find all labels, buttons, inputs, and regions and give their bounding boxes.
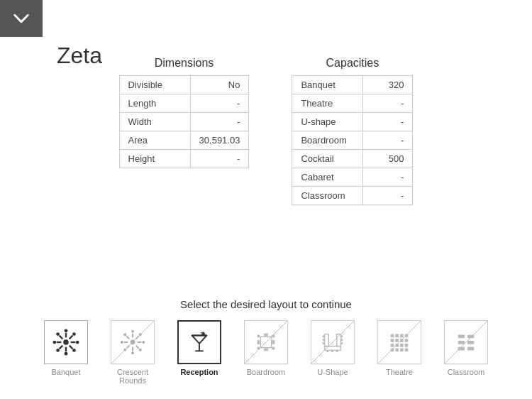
svg-rect-66 <box>400 339 404 342</box>
layout-icon-box-boardroom <box>244 320 288 364</box>
svg-point-26 <box>142 341 145 344</box>
svg-rect-65 <box>395 339 399 342</box>
capacities-table: Banquet320Theatre-U-shape-Boardroom-Cock… <box>292 75 413 205</box>
svg-point-14 <box>56 332 60 336</box>
svg-rect-53 <box>323 342 325 344</box>
chevron-down-button[interactable] <box>0 0 43 37</box>
svg-rect-51 <box>323 336 325 338</box>
layout-label-banquet: Banquet <box>52 368 81 376</box>
table-row: Cocktail500 <box>292 150 413 168</box>
svg-rect-67 <box>405 339 409 342</box>
svg-rect-52 <box>323 339 325 341</box>
svg-rect-46 <box>257 347 260 350</box>
layout-item-u-shape[interactable]: U-Shape <box>304 320 362 376</box>
svg-rect-62 <box>400 334 404 338</box>
layout-item-classroom[interactable]: Classroom <box>437 320 495 376</box>
svg-point-31 <box>123 333 126 336</box>
svg-rect-78 <box>458 341 465 344</box>
layout-label-crescent-rounds: Crescent Rounds <box>104 368 162 385</box>
capacities-block: Capacities Banquet320Theatre-U-shape-Boa… <box>292 57 413 205</box>
layout-icon-box-u-shape <box>311 320 355 364</box>
svg-rect-80 <box>458 347 465 351</box>
capacities-title: Capacities <box>326 57 379 70</box>
svg-rect-54 <box>340 336 343 338</box>
svg-point-12 <box>56 349 60 352</box>
svg-rect-55 <box>340 339 343 341</box>
svg-rect-75 <box>405 349 409 352</box>
svg-rect-64 <box>391 339 394 342</box>
svg-rect-49 <box>337 334 341 346</box>
svg-rect-61 <box>395 334 399 338</box>
svg-rect-40 <box>257 340 260 344</box>
chevron-down-icon <box>11 9 31 28</box>
table-row: Width- <box>119 113 249 131</box>
svg-point-16 <box>72 332 76 336</box>
svg-rect-71 <box>405 344 409 347</box>
layout-label-u-shape: U-Shape <box>317 368 348 376</box>
table-row: Banquet320 <box>292 76 413 94</box>
svg-rect-72 <box>391 349 394 352</box>
svg-line-2 <box>70 346 73 349</box>
svg-line-8 <box>70 336 73 339</box>
svg-marker-36 <box>192 336 207 344</box>
layout-item-theatre[interactable]: Theatre <box>370 320 428 376</box>
table-row: Length- <box>119 94 249 113</box>
svg-rect-39 <box>260 337 271 347</box>
svg-line-19 <box>136 346 139 349</box>
svg-point-10 <box>72 349 76 352</box>
svg-rect-42 <box>264 334 268 337</box>
dimensions-block: Dimensions DivisibleNoLength-Width-Area3… <box>119 57 250 205</box>
svg-rect-77 <box>467 335 475 339</box>
layout-label-boardroom: Boardroom <box>247 368 285 376</box>
svg-rect-79 <box>467 341 475 344</box>
svg-rect-48 <box>325 334 329 346</box>
svg-rect-73 <box>395 349 399 352</box>
layout-icon-box-classroom <box>444 320 488 364</box>
dimensions-title: Dimensions <box>155 57 214 70</box>
layout-item-boardroom[interactable]: Boardroom <box>237 320 295 376</box>
table-row: Height- <box>119 150 249 168</box>
table-row: DivisibleNo <box>119 76 249 94</box>
svg-rect-47 <box>272 347 275 350</box>
main-content: Dimensions DivisibleNoLength-Width-Area3… <box>0 43 532 399</box>
layout-section: Select the desired layout to continue Ba… <box>0 298 532 385</box>
layout-icon-box-crescent-rounds <box>111 320 155 364</box>
svg-point-32 <box>131 330 134 333</box>
svg-rect-44 <box>257 335 260 338</box>
layout-label-classroom: Classroom <box>448 368 485 376</box>
layout-item-banquet[interactable]: Banquet <box>37 320 95 376</box>
svg-rect-50 <box>325 346 341 351</box>
svg-rect-41 <box>272 340 275 344</box>
table-row: Cabaret- <box>292 168 413 187</box>
svg-rect-58 <box>331 350 333 352</box>
table-row: Boardroom- <box>292 131 413 150</box>
table-row: U-shape- <box>292 113 413 131</box>
table-row: Area30,591.03 <box>119 131 249 150</box>
svg-rect-68 <box>391 344 394 347</box>
svg-rect-59 <box>336 350 338 352</box>
layout-icon-box-theatre <box>377 320 421 364</box>
layout-icon-box-reception <box>177 320 221 364</box>
tables-section: Dimensions DivisibleNoLength-Width-Area3… <box>119 57 414 205</box>
svg-point-17 <box>131 340 135 345</box>
svg-line-23 <box>126 336 129 339</box>
layout-label-reception: Reception <box>180 368 218 376</box>
svg-line-21 <box>126 346 129 349</box>
svg-rect-74 <box>400 349 404 352</box>
layout-label-theatre: Theatre <box>386 368 413 376</box>
svg-point-15 <box>65 329 68 332</box>
dimensions-table: DivisibleNoLength-Width-Area30,591.03Hei… <box>119 75 250 168</box>
svg-rect-60 <box>391 334 394 338</box>
svg-point-30 <box>121 341 123 344</box>
svg-rect-70 <box>400 344 404 347</box>
svg-rect-56 <box>340 342 343 344</box>
svg-rect-81 <box>467 347 475 351</box>
layout-item-reception[interactable]: Reception <box>170 320 228 376</box>
svg-line-4 <box>60 346 63 349</box>
svg-rect-76 <box>458 335 465 339</box>
svg-rect-69 <box>395 344 399 347</box>
svg-point-11 <box>65 352 68 356</box>
svg-point-13 <box>52 341 56 344</box>
svg-point-29 <box>123 349 126 351</box>
layout-item-crescent-rounds[interactable]: Crescent Rounds <box>104 320 162 385</box>
